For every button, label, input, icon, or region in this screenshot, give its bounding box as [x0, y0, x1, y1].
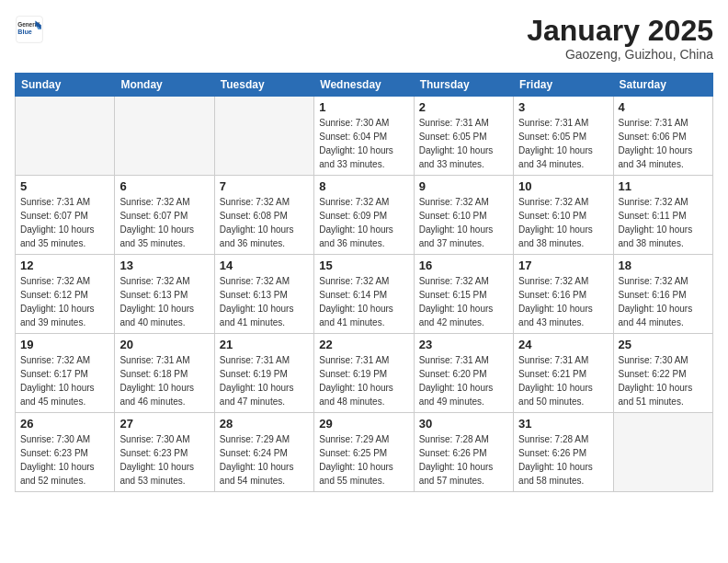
- day-number: 6: [119, 179, 209, 193]
- calendar-cell: 31Sunrise: 7:28 AMSunset: 6:26 PMDayligh…: [514, 413, 613, 492]
- day-number: 30: [419, 417, 508, 431]
- calendar-week-row: 26Sunrise: 7:30 AMSunset: 6:23 PMDayligh…: [16, 413, 713, 492]
- day-number: 9: [419, 179, 508, 193]
- day-info: Sunrise: 7:32 AMSunset: 6:16 PMDaylight:…: [619, 274, 708, 329]
- day-info: Sunrise: 7:31 AMSunset: 6:20 PMDaylight:…: [419, 353, 508, 408]
- day-number: 29: [319, 417, 408, 431]
- calendar-cell: 24Sunrise: 7:31 AMSunset: 6:21 PMDayligh…: [514, 334, 613, 413]
- calendar-cell: [16, 97, 115, 176]
- day-number: 17: [518, 259, 608, 272]
- day-number: 8: [319, 179, 408, 193]
- day-number: 5: [20, 179, 109, 193]
- calendar-cell: 15Sunrise: 7:32 AMSunset: 6:14 PMDayligh…: [314, 255, 414, 334]
- svg-text:Blue: Blue: [17, 28, 32, 36]
- day-number: 16: [419, 259, 508, 272]
- day-header-monday: Monday: [115, 74, 214, 97]
- day-number: 23: [419, 338, 508, 351]
- calendar-cell: 25Sunrise: 7:30 AMSunset: 6:22 PMDayligh…: [613, 334, 712, 413]
- day-info: Sunrise: 7:32 AMSunset: 6:15 PMDaylight:…: [419, 274, 508, 329]
- day-info: Sunrise: 7:31 AMSunset: 6:18 PMDaylight:…: [119, 353, 209, 408]
- day-info: Sunrise: 7:29 AMSunset: 6:24 PMDaylight:…: [220, 432, 309, 488]
- calendar-cell: 11Sunrise: 7:32 AMSunset: 6:11 PMDayligh…: [613, 176, 712, 255]
- day-info: Sunrise: 7:29 AMSunset: 6:25 PMDaylight:…: [319, 432, 408, 488]
- day-info: Sunrise: 7:32 AMSunset: 6:16 PMDaylight:…: [518, 274, 608, 329]
- calendar-cell: 12Sunrise: 7:32 AMSunset: 6:12 PMDayligh…: [16, 255, 115, 334]
- day-info: Sunrise: 7:30 AMSunset: 6:23 PMDaylight:…: [119, 432, 209, 488]
- calendar-header-row: SundayMondayTuesdayWednesdayThursdayFrid…: [16, 74, 713, 97]
- calendar-cell: 9Sunrise: 7:32 AMSunset: 6:10 PMDaylight…: [414, 176, 513, 255]
- calendar-cell: [613, 413, 712, 492]
- day-info: Sunrise: 7:32 AMSunset: 6:13 PMDaylight:…: [220, 274, 309, 329]
- day-info: Sunrise: 7:31 AMSunset: 6:05 PMDaylight:…: [518, 116, 608, 171]
- day-info: Sunrise: 7:32 AMSunset: 6:09 PMDaylight:…: [319, 195, 408, 250]
- day-header-tuesday: Tuesday: [214, 74, 313, 97]
- day-number: 10: [518, 179, 608, 193]
- calendar-cell: 3Sunrise: 7:31 AMSunset: 6:05 PMDaylight…: [514, 97, 613, 176]
- day-info: Sunrise: 7:31 AMSunset: 6:05 PMDaylight:…: [419, 116, 508, 171]
- calendar-cell: 28Sunrise: 7:29 AMSunset: 6:24 PMDayligh…: [214, 413, 313, 492]
- day-info: Sunrise: 7:32 AMSunset: 6:10 PMDaylight:…: [419, 195, 508, 250]
- day-number: 3: [518, 100, 608, 114]
- day-info: Sunrise: 7:30 AMSunset: 6:23 PMDaylight:…: [20, 432, 109, 488]
- day-number: 12: [20, 259, 109, 272]
- day-number: 13: [119, 259, 209, 272]
- calendar-cell: 10Sunrise: 7:32 AMSunset: 6:10 PMDayligh…: [514, 176, 613, 255]
- calendar-cell: 14Sunrise: 7:32 AMSunset: 6:13 PMDayligh…: [214, 255, 313, 334]
- day-info: Sunrise: 7:32 AMSunset: 6:08 PMDaylight:…: [220, 195, 309, 250]
- day-info: Sunrise: 7:32 AMSunset: 6:10 PMDaylight:…: [518, 195, 608, 250]
- calendar-cell: 5Sunrise: 7:31 AMSunset: 6:07 PMDaylight…: [16, 176, 115, 255]
- logo-icon: General Blue: [15, 15, 44, 44]
- day-info: Sunrise: 7:32 AMSunset: 6:11 PMDaylight:…: [619, 195, 708, 250]
- day-number: 27: [119, 417, 209, 431]
- day-number: 20: [119, 338, 209, 351]
- day-info: Sunrise: 7:30 AMSunset: 6:04 PMDaylight:…: [319, 116, 408, 171]
- day-header-friday: Friday: [514, 74, 613, 97]
- day-number: 18: [619, 259, 708, 272]
- day-info: Sunrise: 7:31 AMSunset: 6:19 PMDaylight:…: [319, 353, 408, 408]
- calendar-cell: 1Sunrise: 7:30 AMSunset: 6:04 PMDaylight…: [314, 97, 414, 176]
- day-number: 2: [419, 100, 508, 114]
- calendar-cell: 8Sunrise: 7:32 AMSunset: 6:09 PMDaylight…: [314, 176, 414, 255]
- calendar-cell: 30Sunrise: 7:28 AMSunset: 6:26 PMDayligh…: [414, 413, 513, 492]
- calendar-cell: 27Sunrise: 7:30 AMSunset: 6:23 PMDayligh…: [115, 413, 214, 492]
- day-info: Sunrise: 7:32 AMSunset: 6:14 PMDaylight:…: [319, 274, 408, 329]
- calendar-cell: [214, 97, 313, 176]
- day-header-wednesday: Wednesday: [314, 74, 414, 97]
- calendar: SundayMondayTuesdayWednesdayThursdayFrid…: [15, 73, 713, 492]
- day-number: 22: [319, 338, 408, 351]
- day-number: 11: [619, 179, 708, 193]
- calendar-cell: 21Sunrise: 7:31 AMSunset: 6:19 PMDayligh…: [214, 334, 313, 413]
- calendar-week-row: 19Sunrise: 7:32 AMSunset: 6:17 PMDayligh…: [16, 334, 713, 413]
- day-header-sunday: Sunday: [16, 74, 115, 97]
- calendar-cell: 26Sunrise: 7:30 AMSunset: 6:23 PMDayligh…: [16, 413, 115, 492]
- day-number: 21: [220, 338, 309, 351]
- day-number: 28: [220, 417, 309, 431]
- day-number: 24: [518, 338, 608, 351]
- day-info: Sunrise: 7:28 AMSunset: 6:26 PMDaylight:…: [419, 432, 508, 488]
- page-header: General Blue January 2025 Gaozeng, Guizh…: [15, 15, 713, 62]
- calendar-cell: [115, 97, 214, 176]
- day-number: 4: [619, 100, 708, 114]
- day-number: 15: [319, 259, 408, 272]
- day-header-thursday: Thursday: [414, 74, 513, 97]
- calendar-cell: 23Sunrise: 7:31 AMSunset: 6:20 PMDayligh…: [414, 334, 513, 413]
- calendar-cell: 18Sunrise: 7:32 AMSunset: 6:16 PMDayligh…: [613, 255, 712, 334]
- calendar-cell: 17Sunrise: 7:32 AMSunset: 6:16 PMDayligh…: [514, 255, 613, 334]
- calendar-week-row: 12Sunrise: 7:32 AMSunset: 6:12 PMDayligh…: [16, 255, 713, 334]
- calendar-cell: 13Sunrise: 7:32 AMSunset: 6:13 PMDayligh…: [115, 255, 214, 334]
- calendar-week-row: 1Sunrise: 7:30 AMSunset: 6:04 PMDaylight…: [16, 97, 713, 176]
- day-info: Sunrise: 7:31 AMSunset: 6:06 PMDaylight:…: [619, 116, 708, 171]
- day-info: Sunrise: 7:32 AMSunset: 6:13 PMDaylight:…: [119, 274, 209, 329]
- calendar-cell: 29Sunrise: 7:29 AMSunset: 6:25 PMDayligh…: [314, 413, 414, 492]
- day-number: 25: [619, 338, 708, 351]
- day-info: Sunrise: 7:32 AMSunset: 6:12 PMDaylight:…: [20, 274, 109, 329]
- calendar-cell: 4Sunrise: 7:31 AMSunset: 6:06 PMDaylight…: [613, 97, 712, 176]
- day-info: Sunrise: 7:28 AMSunset: 6:26 PMDaylight:…: [518, 432, 608, 488]
- day-info: Sunrise: 7:31 AMSunset: 6:19 PMDaylight:…: [220, 353, 309, 408]
- day-info: Sunrise: 7:31 AMSunset: 6:07 PMDaylight:…: [20, 195, 109, 250]
- day-info: Sunrise: 7:30 AMSunset: 6:22 PMDaylight:…: [619, 353, 708, 408]
- month-title: January 2025: [527, 15, 713, 47]
- day-number: 31: [518, 417, 608, 431]
- day-info: Sunrise: 7:32 AMSunset: 6:07 PMDaylight:…: [119, 195, 209, 250]
- day-header-saturday: Saturday: [613, 74, 712, 97]
